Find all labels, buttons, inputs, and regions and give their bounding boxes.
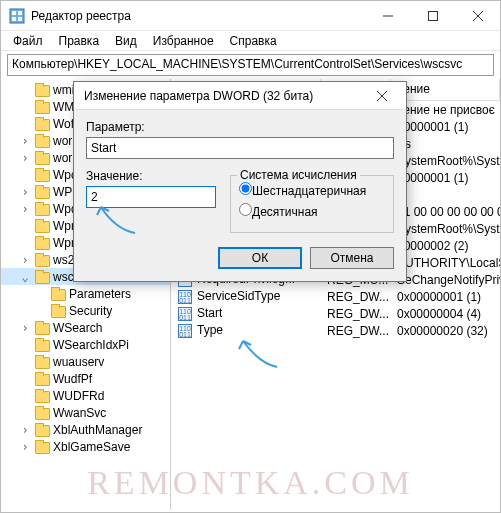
value-label: Значение:	[86, 169, 216, 183]
app-icon	[9, 8, 25, 24]
folder-icon	[34, 134, 50, 148]
menu-bar: Файл Правка Вид Избранное Справка	[1, 31, 500, 51]
minimize-button[interactable]	[365, 1, 410, 30]
tree-item-label: Parameters	[69, 287, 131, 301]
expand-icon[interactable]: ›	[19, 202, 31, 216]
list-row[interactable]: 110011StartREG_DW...0x00000004 (4)	[171, 305, 500, 322]
close-button[interactable]	[455, 1, 500, 30]
folder-icon	[34, 219, 50, 233]
tree-item-label: XblGameSave	[53, 440, 130, 454]
menu-view[interactable]: Вид	[107, 32, 145, 50]
menu-fav[interactable]: Избранное	[145, 32, 222, 50]
folder-icon	[34, 236, 50, 250]
param-input[interactable]	[86, 137, 394, 159]
value-type: REG_DW...	[321, 307, 391, 321]
value-data: 0x00000004 (4)	[391, 307, 500, 321]
tree-item-label: WUDFRd	[53, 389, 104, 403]
radix-group: Система исчисления Шестнадцатеричная Дес…	[230, 175, 394, 233]
list-row[interactable]: 110011TypeREG_DW...0x00000020 (32)	[171, 322, 500, 339]
cancel-button[interactable]: Отмена	[310, 247, 394, 269]
svg-rect-6	[428, 11, 437, 20]
tree-item-label: WSearch	[53, 321, 102, 335]
folder-icon	[34, 423, 50, 437]
folder-icon	[34, 440, 50, 454]
svg-rect-4	[18, 17, 22, 21]
tree-item[interactable]: wuauserv	[1, 353, 170, 370]
maximize-button[interactable]	[410, 1, 455, 30]
list-row[interactable]: 110011ServiceSidTypeREG_DW...0x00000001 …	[171, 288, 500, 305]
tree-item[interactable]: WSearchIdxPi	[1, 336, 170, 353]
value-data: 01 00 00 00 00 00 00	[391, 205, 500, 219]
folder-icon	[34, 338, 50, 352]
tree-item-label: wuauserv	[53, 355, 104, 369]
folder-icon	[34, 355, 50, 369]
folder-icon	[50, 304, 66, 318]
tree-item[interactable]: Security	[1, 302, 170, 319]
value-data: 0x00000001 (1)	[391, 290, 500, 304]
folder-icon	[34, 100, 50, 114]
tree-item[interactable]: WwanSvc	[1, 404, 170, 421]
folder-icon	[34, 253, 50, 267]
svg-rect-2	[18, 11, 22, 15]
value-name: Type	[197, 323, 223, 337]
folder-icon	[34, 83, 50, 97]
tree-item-label: Security	[69, 304, 112, 318]
folder-icon	[34, 372, 50, 386]
menu-help[interactable]: Справка	[222, 32, 285, 50]
edit-dword-dialog: Изменение параметра DWORD (32 бита) Пара…	[73, 81, 407, 282]
expand-icon[interactable]: ›	[19, 151, 31, 165]
tree-item[interactable]: ›XblGameSave	[1, 438, 170, 455]
expand-icon[interactable]: ›	[19, 185, 31, 199]
radix-hex[interactable]: Шестнадцатеричная	[239, 182, 385, 200]
tree-item[interactable]: ›XblAuthManager	[1, 421, 170, 438]
value-data: 00000001 (1)	[391, 120, 500, 134]
dialog-title-bar: Изменение параметра DWORD (32 бита)	[74, 82, 406, 110]
tree-item[interactable]: WudfPf	[1, 370, 170, 387]
address-bar[interactable]: Компьютер\HKEY_LOCAL_MACHINE\SYSTEM\Curr…	[7, 54, 494, 76]
tree-item-label: XblAuthManager	[53, 423, 142, 437]
tree-item[interactable]: WUDFRd	[1, 387, 170, 404]
folder-icon	[34, 406, 50, 420]
value-bin-icon: 110011	[177, 289, 193, 305]
expand-icon[interactable]: ›	[19, 321, 31, 335]
radix-legend: Система исчисления	[237, 168, 360, 182]
radix-dec-radio[interactable]	[239, 203, 252, 216]
value-data: 0x00000020 (32)	[391, 324, 500, 338]
radix-hex-radio[interactable]	[239, 182, 252, 195]
radix-dec[interactable]: Десятичная	[239, 203, 385, 221]
window-controls	[365, 1, 500, 30]
menu-edit[interactable]: Правка	[51, 32, 108, 50]
value-data: SeChangeNotifyPrivile	[391, 273, 500, 287]
expand-icon[interactable]: ›	[19, 440, 31, 454]
svg-rect-1	[12, 11, 16, 15]
value-bin-icon: 110011	[177, 323, 193, 339]
folder-icon	[34, 389, 50, 403]
tree-item-label: WudfPf	[53, 372, 92, 386]
folder-icon	[34, 117, 50, 131]
menu-file[interactable]: Файл	[5, 32, 51, 50]
col-data[interactable]: чение	[391, 79, 500, 100]
expand-icon[interactable]: ›	[19, 423, 31, 437]
value-data: 00000002 (2)	[391, 239, 500, 253]
value-name: Start	[197, 306, 222, 320]
value-input[interactable]	[86, 186, 216, 208]
title-bar: Редактор реестра	[1, 1, 500, 31]
dialog-title: Изменение параметра DWORD (32 бита)	[84, 89, 362, 103]
value-data: Ss	[391, 137, 500, 151]
tree-item[interactable]: Parameters	[1, 285, 170, 302]
svg-rect-3	[12, 17, 16, 21]
tree-item-label: Wof	[53, 117, 74, 131]
tree-item[interactable]: ›WSearch	[1, 319, 170, 336]
expand-icon[interactable]: ›	[19, 134, 31, 148]
value-name: ServiceSidType	[197, 289, 280, 303]
value-data: чение не присвоє	[391, 103, 500, 117]
expand-icon[interactable]: ›	[19, 253, 31, 267]
folder-icon	[34, 321, 50, 335]
tree-item-label: WwanSvc	[53, 406, 106, 420]
value-data: SystemRoot%\Syster	[391, 154, 500, 168]
dialog-close-button[interactable]	[362, 82, 402, 109]
value-data: AUTHORITY\LocalS	[391, 256, 500, 270]
folder-icon	[34, 185, 50, 199]
expand-icon[interactable]: ⌄	[19, 270, 31, 284]
ok-button[interactable]: ОК	[218, 247, 302, 269]
